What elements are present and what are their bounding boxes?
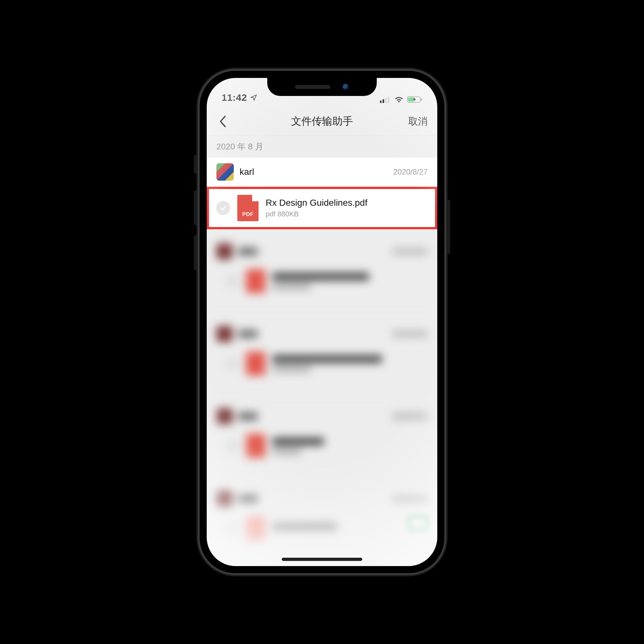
sender-name: karl bbox=[240, 167, 387, 177]
pdf-badge-label: PDF bbox=[237, 212, 259, 217]
notch bbox=[267, 78, 377, 96]
signal-icon bbox=[380, 96, 391, 103]
svg-rect-6 bbox=[408, 98, 414, 102]
file-name: Rx Design Guidelines.pdf bbox=[266, 198, 367, 208]
mute-switch bbox=[194, 155, 198, 174]
battery-charging-icon bbox=[407, 96, 422, 103]
svg-rect-5 bbox=[421, 98, 422, 101]
selection-checkbox[interactable] bbox=[216, 201, 230, 215]
volume-down-button bbox=[194, 235, 198, 270]
power-button bbox=[446, 200, 450, 254]
cancel-button[interactable]: 取消 bbox=[408, 115, 428, 128]
svg-rect-2 bbox=[385, 98, 387, 103]
svg-rect-3 bbox=[388, 97, 389, 103]
checkmark-circle-icon bbox=[219, 204, 227, 212]
volume-up-button bbox=[194, 190, 198, 225]
file-row[interactable]: PDF Rx Design Guidelines.pdf pdf 880KB bbox=[209, 189, 435, 227]
file-subtitle: pdf 880KB bbox=[266, 210, 367, 218]
sender-date: 2020/8/27 bbox=[393, 167, 428, 176]
earpiece-speaker bbox=[295, 85, 330, 89]
device-frame: 11:42 bbox=[200, 71, 444, 573]
front-camera bbox=[343, 84, 349, 90]
avatar bbox=[216, 163, 234, 181]
page-title: 文件传输助手 bbox=[291, 114, 353, 128]
svg-rect-1 bbox=[383, 99, 384, 103]
sender-row[interactable]: karl 2020/8/27 bbox=[207, 157, 437, 187]
section-date-header: 2020 年 8 月 bbox=[207, 136, 437, 157]
pdf-file-icon: PDF bbox=[237, 195, 259, 221]
svg-rect-0 bbox=[380, 100, 382, 103]
status-time: 11:42 bbox=[222, 92, 247, 103]
chevron-left-icon bbox=[219, 115, 227, 128]
home-indicator[interactable] bbox=[282, 558, 362, 561]
blurred-content bbox=[207, 229, 437, 545]
navigation-bar: 文件传输助手 取消 bbox=[207, 107, 437, 136]
screen: 11:42 bbox=[207, 78, 437, 566]
file-meta: Rx Design Guidelines.pdf pdf 880KB bbox=[266, 198, 367, 218]
wifi-icon bbox=[394, 96, 404, 103]
highlighted-file-callout: PDF Rx Design Guidelines.pdf pdf 880KB bbox=[207, 187, 437, 229]
blurred-action-button bbox=[408, 516, 428, 531]
back-button[interactable] bbox=[213, 112, 232, 131]
location-icon bbox=[250, 94, 257, 101]
